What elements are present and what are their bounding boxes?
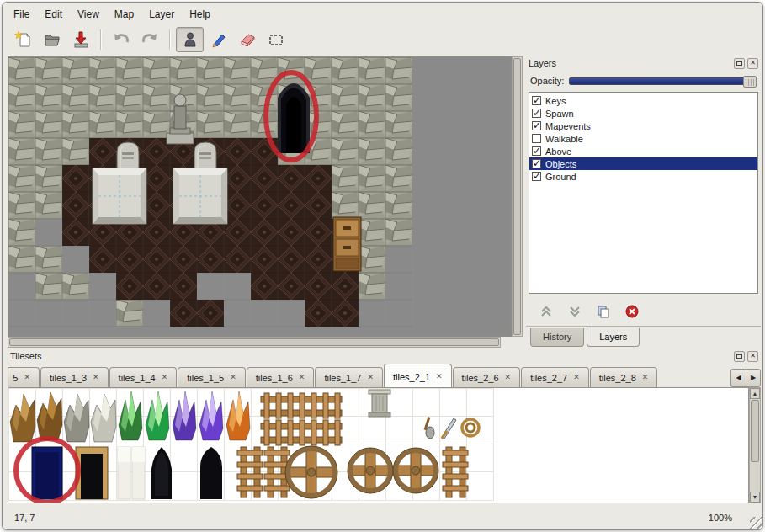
scroll-down-icon[interactable]: ▼ — [750, 492, 760, 503]
tileset-vertical-scrollbar[interactable]: ▲ ▼ — [749, 387, 761, 503]
tileset-tab[interactable]: 5✕ — [8, 367, 40, 387]
close-tab-icon[interactable]: ✕ — [93, 374, 99, 381]
tileset-tab[interactable]: tiles_1_5✕ — [178, 367, 246, 387]
green-crystal-tile[interactable] — [146, 391, 169, 440]
tileset-tab-active[interactable]: tiles_2_1✕ — [384, 364, 452, 387]
layer-duplicate-button[interactable] — [593, 303, 614, 320]
whip-tile[interactable] — [462, 419, 479, 436]
purple-crystal-tile[interactable] — [199, 391, 223, 440]
wood-track-tile[interactable] — [261, 393, 342, 418]
close-tab-icon[interactable]: ✕ — [436, 373, 443, 380]
layer-row-above[interactable]: Above — [529, 145, 757, 157]
orange-crystal-tile[interactable] — [226, 391, 250, 440]
layer-visibility-checkbox[interactable] — [532, 172, 541, 181]
layer-row-ground[interactable]: Ground — [529, 170, 757, 183]
map-vertical-scrollbar[interactable] — [512, 56, 523, 337]
fill-tool-button[interactable] — [205, 27, 232, 52]
map-horizontal-scrollbar[interactable] — [8, 337, 501, 348]
layer-row-walkable[interactable]: Walkable — [529, 132, 757, 145]
tileset-vscroll-thumb[interactable] — [751, 400, 759, 462]
new-button[interactable] — [9, 27, 37, 52]
layer-up-button[interactable] — [536, 303, 556, 320]
white-rock-tile[interactable] — [91, 394, 116, 442]
purple-crystal-tile[interactable] — [173, 391, 196, 440]
layer-visibility-checkbox[interactable] — [532, 96, 541, 105]
map-vscroll-thumb[interactable] — [513, 58, 521, 335]
stamp-tool-button[interactable] — [176, 27, 204, 52]
tileset-tab[interactable]: tiles_1_6✕ — [247, 367, 315, 387]
close-tab-icon[interactable]: ✕ — [162, 374, 168, 381]
map-hscroll-thumb[interactable] — [9, 338, 499, 346]
layer-visibility-checkbox[interactable] — [532, 134, 541, 143]
save-button[interactable] — [66, 27, 94, 52]
select-tool-button[interactable] — [262, 27, 290, 52]
gray-rock-tile[interactable] — [64, 394, 89, 442]
opacity-label: Opacity: — [530, 76, 564, 86]
wheel-tile[interactable] — [348, 448, 393, 493]
brown-rock-tile[interactable] — [10, 394, 35, 442]
dark-hood-tile[interactable] — [151, 447, 172, 499]
close-panel-icon[interactable]: ✕ — [747, 351, 758, 362]
close-tab-icon[interactable]: ✕ — [299, 374, 305, 381]
green-crystal-tile[interactable] — [119, 391, 142, 440]
blue-door-tile[interactable] — [32, 447, 62, 499]
map-render — [8, 57, 512, 337]
menu-edit[interactable]: Edit — [37, 6, 70, 23]
opacity-slider[interactable] — [569, 77, 757, 85]
menu-file[interactable]: File — [6, 6, 37, 23]
opacity-slider-handle[interactable] — [743, 76, 757, 88]
tileset-tab[interactable]: tiles_1_3✕ — [40, 367, 109, 387]
undo-button[interactable] — [107, 27, 135, 52]
pale-tile[interactable] — [118, 447, 130, 499]
tab-layers[interactable]: Layers — [587, 328, 640, 347]
layer-row-keys[interactable]: Keys — [529, 94, 757, 107]
wood-track-tile[interactable] — [261, 420, 342, 445]
menu-layer[interactable]: Layer — [141, 6, 182, 23]
close-tab-icon[interactable]: ✕ — [230, 374, 236, 381]
layer-visibility-checkbox[interactable] — [532, 159, 541, 168]
layer-row-objects[interactable]: Objects — [529, 157, 757, 170]
menu-view[interactable]: View — [70, 6, 107, 23]
tab-history[interactable]: History — [530, 328, 584, 347]
column-tile[interactable] — [369, 390, 390, 417]
sword-tile[interactable] — [440, 418, 456, 439]
menu-map[interactable]: Map — [107, 6, 141, 23]
tileset-tab[interactable]: tiles_2_7✕ — [521, 367, 589, 387]
close-tab-icon[interactable]: ✕ — [642, 374, 649, 381]
tileset-tab[interactable]: tiles_1_4✕ — [109, 367, 178, 387]
brown-rock-tile[interactable] — [37, 392, 62, 440]
dark-arch-tile[interactable] — [200, 447, 222, 499]
eraser-tool-button[interactable] — [233, 27, 261, 52]
layer-delete-button[interactable] — [622, 303, 642, 320]
tileset-tab[interactable]: tiles_2_8✕ — [590, 367, 658, 387]
scroll-tabs-right-button[interactable]: ▶ — [746, 369, 761, 387]
close-tab-icon[interactable]: ✕ — [573, 374, 580, 381]
wheel-tile[interactable] — [285, 446, 337, 498]
tileset-tab[interactable]: tiles_1_7✕ — [315, 367, 383, 387]
close-panel-icon[interactable]: ✕ — [747, 58, 758, 69]
scroll-up-icon[interactable]: ▲ — [750, 388, 760, 399]
pale-tile[interactable] — [132, 447, 145, 499]
open-button[interactable] — [38, 27, 66, 52]
tileset-view[interactable] — [8, 387, 749, 503]
layer-row-spawn[interactable]: Spawn — [529, 107, 757, 120]
float-panel-icon[interactable] — [734, 351, 745, 362]
layer-visibility-checkbox[interactable] — [532, 121, 541, 130]
tileset-tab[interactable]: tiles_2_6✕ — [453, 367, 521, 387]
resize-grip[interactable] — [750, 517, 762, 529]
scroll-tabs-left-button[interactable]: ◀ — [730, 369, 746, 387]
wheel-tile[interactable] — [393, 448, 438, 493]
layer-down-button[interactable] — [565, 303, 585, 320]
layer-visibility-checkbox[interactable] — [532, 146, 541, 156]
map-canvas[interactable] — [8, 56, 512, 337]
menu-help[interactable]: Help — [182, 6, 218, 23]
close-tab-icon[interactable]: ✕ — [24, 374, 30, 381]
layer-row-mapevents[interactable]: Mapevents — [529, 120, 757, 132]
redo-button[interactable] — [135, 27, 163, 52]
close-tab-icon[interactable]: ✕ — [367, 374, 374, 381]
close-tab-icon[interactable]: ✕ — [505, 374, 512, 381]
layer-visibility-checkbox[interactable] — [532, 109, 541, 118]
float-panel-icon[interactable] — [734, 58, 745, 69]
shovel-tile[interactable] — [424, 417, 434, 439]
opacity-row: Opacity: — [530, 73, 757, 88]
